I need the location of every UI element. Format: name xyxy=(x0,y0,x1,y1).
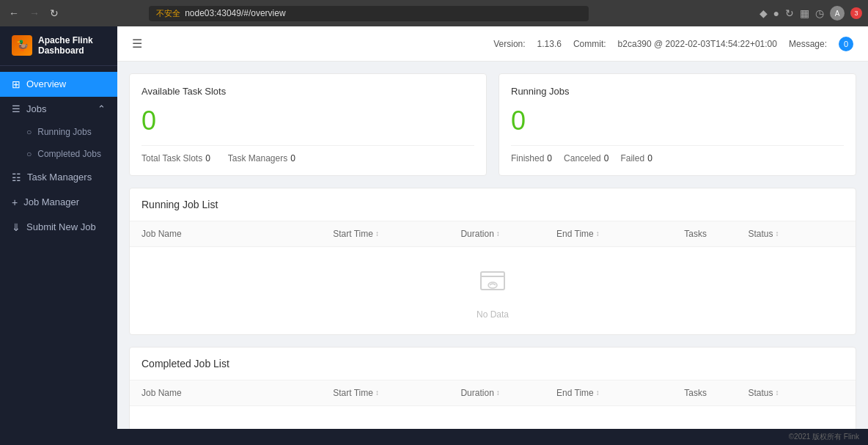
cards-row: Available Task Slots 0 Total Task Slots … xyxy=(129,73,856,176)
version-value: 1.13.6 xyxy=(537,39,562,49)
running-col-tasks: Tasks xyxy=(684,229,748,239)
status-sort-icon: ↕ xyxy=(775,231,779,237)
completed-start-time-sort-icon: ↕ xyxy=(375,390,379,396)
apps-icon[interactable]: ▦ xyxy=(800,7,809,19)
forward-button[interactable]: → xyxy=(26,6,43,21)
running-col-start-time[interactable]: Start Time ↕ xyxy=(333,229,460,239)
sidebar-item-completed-jobs-label: Completed Jobs xyxy=(37,149,101,159)
running-jobs-card: Running Jobs 0 Finished 0 Canceled 0 Fai… xyxy=(499,73,856,176)
available-task-slots-count: 0 xyxy=(141,106,474,136)
address-bar[interactable]: 不安全 node03:43049/#/overview xyxy=(149,6,589,21)
overview-icon: ⊞ xyxy=(12,78,21,90)
commit-value: b2ca390 @ 2022-02-03T14:54:22+01:00 xyxy=(618,39,777,49)
topbar: ☰ Version: 1.13.6 Commit: b2ca390 @ 2022… xyxy=(117,26,868,62)
canceled-stat: Canceled 0 xyxy=(564,153,608,163)
jobs-chevron-icon: ⌃ xyxy=(98,103,106,114)
hamburger-icon[interactable]: ☰ xyxy=(132,37,142,51)
available-task-slots-stats: Total Task Slots 0 Task Managers 0 xyxy=(141,145,474,163)
running-jobs-stats: Finished 0 Canceled 0 Failed 0 xyxy=(511,145,844,163)
running-no-data-text: No Data xyxy=(477,309,509,320)
sidebar-logo: 🦆 Apache Flink Dashboard xyxy=(0,26,117,66)
browser-toolbar: ◆ ● ↻ ▦ ◷ A 3 xyxy=(760,6,862,21)
sidebar-nav: ⊞ Overview ☰ Jobs ⌃ ○ Running Jobs ○ Com… xyxy=(0,66,117,445)
logo-icon: 🦆 xyxy=(12,35,32,56)
message-badge: 0 xyxy=(839,37,853,51)
completed-col-end-time[interactable]: End Time ↕ xyxy=(556,388,684,398)
sidebar-item-overview[interactable]: ⊞ Overview xyxy=(0,72,117,97)
available-task-slots-title: Available Task Slots xyxy=(141,86,474,97)
completed-job-list-body: No Data xyxy=(130,406,856,429)
sidebar-item-job-manager-label: Job Manager xyxy=(23,196,79,207)
refresh-button[interactable]: ↻ xyxy=(47,6,62,21)
finished-label: Finished xyxy=(511,153,544,163)
extensions-icon[interactable]: ◆ xyxy=(760,7,768,19)
running-job-list-title: Running Job List xyxy=(130,188,856,221)
history-icon[interactable]: ◷ xyxy=(815,7,824,19)
finished-value: 0 xyxy=(547,153,552,163)
footer-text: ©2021 版权所有 Flink xyxy=(789,433,859,441)
end-time-sort-icon: ↕ xyxy=(596,231,600,237)
total-task-slots-label: Total Task Slots xyxy=(141,153,202,163)
completed-col-tasks: Tasks xyxy=(684,388,748,398)
profile-avatar[interactable]: A xyxy=(830,6,845,21)
completed-col-job-name: Job Name xyxy=(141,388,333,398)
running-job-list-section: Running Job List Job Name Start Time ↕ D… xyxy=(129,188,856,335)
completed-no-data-icon xyxy=(475,421,510,429)
jobs-icon: ☰ xyxy=(12,103,21,114)
sidebar-item-task-managers[interactable]: ☷ Task Managers xyxy=(0,165,117,190)
security-warning: 不安全 xyxy=(156,8,180,19)
task-managers-stat: Task Managers 0 xyxy=(228,153,295,163)
failed-value: 0 xyxy=(647,153,652,163)
completed-status-sort-icon: ↕ xyxy=(775,390,779,396)
sidebar-item-completed-jobs[interactable]: ○ Completed Jobs xyxy=(0,143,117,165)
running-jobs-count: 0 xyxy=(511,106,844,136)
footer: ©2021 版权所有 Flink xyxy=(117,429,868,445)
completed-col-duration[interactable]: Duration ↕ xyxy=(460,388,556,398)
completed-col-start-time[interactable]: Start Time ↕ xyxy=(333,388,460,398)
task-managers-icon: ☷ xyxy=(12,172,21,183)
sidebar-item-task-managers-label: Task Managers xyxy=(27,172,92,183)
task-managers-value: 0 xyxy=(290,153,295,163)
completed-jobs-bullet-icon: ○ xyxy=(26,149,32,159)
main: ☰ Version: 1.13.6 Commit: b2ca390 @ 2022… xyxy=(117,26,868,445)
finished-stat: Finished 0 xyxy=(511,153,552,163)
running-job-list-header: Job Name Start Time ↕ Duration ↕ End Tim… xyxy=(130,221,856,247)
address-text: node03:43049/#/overview xyxy=(185,8,285,18)
running-jobs-title: Running Jobs xyxy=(511,86,844,97)
svg-rect-0 xyxy=(481,272,504,290)
user-icon[interactable]: ● xyxy=(773,7,779,19)
job-manager-icon: + xyxy=(12,196,18,208)
logo-text: Apache Flink Dashboard xyxy=(38,35,106,56)
reload-icon[interactable]: ↻ xyxy=(785,7,794,19)
message-label: Message: xyxy=(789,39,827,49)
back-button[interactable]: ← xyxy=(6,6,22,21)
duration-sort-icon: ↕ xyxy=(496,231,500,237)
sidebar: 🦆 Apache Flink Dashboard ⊞ Overview ☰ Jo… xyxy=(0,26,117,445)
sidebar-item-jobs[interactable]: ☰ Jobs ⌃ xyxy=(0,97,117,121)
browser-chrome: ← → ↻ 不安全 node03:43049/#/overview ◆ ● ↻ … xyxy=(0,0,868,26)
content: Available Task Slots 0 Total Task Slots … xyxy=(117,62,868,429)
canceled-label: Canceled xyxy=(564,153,601,163)
completed-col-status[interactable]: Status ↕ xyxy=(748,388,844,398)
sidebar-item-submit-new-job[interactable]: ⇓ Submit New Job xyxy=(0,215,117,240)
running-no-data-icon xyxy=(475,262,510,304)
sidebar-item-running-jobs[interactable]: ○ Running Jobs xyxy=(0,121,117,143)
running-job-list-body: No Data xyxy=(130,247,856,334)
app: 🦆 Apache Flink Dashboard ⊞ Overview ☰ Jo… xyxy=(0,26,868,445)
sidebar-item-jobs-label: Jobs xyxy=(26,103,46,114)
version-label: Version: xyxy=(493,39,525,49)
completed-end-time-sort-icon: ↕ xyxy=(596,390,600,396)
running-col-status[interactable]: Status ↕ xyxy=(748,229,844,239)
canceled-value: 0 xyxy=(604,153,609,163)
sidebar-item-job-manager[interactable]: + Job Manager xyxy=(0,190,117,215)
completed-job-list-header: Job Name Start Time ↕ Duration ↕ End Tim… xyxy=(130,380,856,406)
jobs-group-left: ☰ Jobs xyxy=(12,103,46,114)
failed-label: Failed xyxy=(620,153,644,163)
failed-stat: Failed 0 xyxy=(620,153,652,163)
completed-job-list-section: Completed Job List Job Name Start Time ↕… xyxy=(129,347,856,429)
total-task-slots-value: 0 xyxy=(205,153,210,163)
running-col-duration[interactable]: Duration ↕ xyxy=(460,229,556,239)
running-col-end-time[interactable]: End Time ↕ xyxy=(556,229,684,239)
task-managers-label: Task Managers xyxy=(228,153,287,163)
total-task-slots-stat: Total Task Slots 0 xyxy=(141,153,210,163)
